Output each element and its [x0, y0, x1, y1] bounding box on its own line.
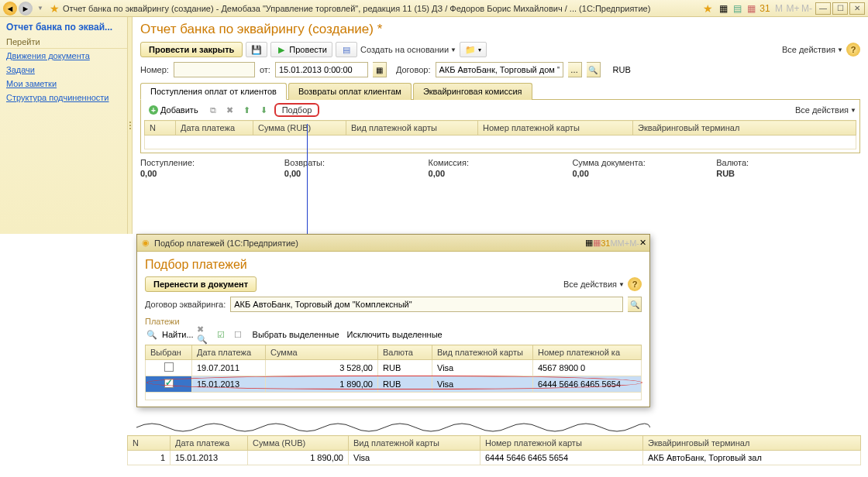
popup-contract-input[interactable] [230, 297, 623, 312]
payment-row[interactable]: 19.07.2011 3 528,00 RUB Visa 4567 8900 0 [146, 360, 642, 376]
report-button[interactable]: ▤ [336, 42, 357, 57]
pcol-chosen[interactable]: Выбран [146, 345, 192, 360]
popup-all-actions-button[interactable]: Все действия▼ [563, 280, 625, 289]
popup-calendar-icon[interactable]: 31 [601, 238, 610, 248]
create-based-on-button[interactable]: Создать на основании▼ [360, 45, 456, 54]
rcol-cardnum[interactable]: Номер платежной карты [480, 436, 643, 451]
rcol-sum[interactable]: Сумма (RUB) [248, 436, 349, 451]
move-down-button[interactable]: ⬇ [257, 103, 271, 117]
transfer-button[interactable]: Перенести в документ [145, 276, 257, 292]
nav-forward-button[interactable]: ► [19, 2, 33, 15]
total-in-label: Поступление: [140, 158, 284, 167]
tab-receipts[interactable]: Поступления оплат от клиентов [140, 83, 287, 100]
rcol-terminal[interactable]: Эквайринговый терминал [643, 436, 861, 451]
sidebar-link-structure[interactable]: Структура подчиненности [0, 91, 127, 105]
popup-titlebar[interactable]: ◉ Подбор платежей (1С:Предприятие) ▦ ▦ 3… [137, 235, 649, 252]
number-input[interactable] [174, 62, 255, 77]
sidebar-link-notes[interactable]: Мои заметки [0, 77, 127, 91]
popup-m-plus-button[interactable]: M+ [618, 238, 630, 248]
popup-m-button[interactable]: M [610, 238, 617, 248]
popup-close-button[interactable]: ✕ [639, 238, 646, 248]
col-cardnum[interactable]: Номер платежной карты [478, 121, 633, 136]
nav-back-button[interactable]: ◄ [3, 2, 17, 15]
payments-grid[interactable]: Выбран Дата платежа Сумма Валюта Вид пла… [145, 345, 642, 400]
move-up-button[interactable]: ⬆ [240, 103, 254, 117]
total-ret-value: 0,00 [284, 169, 429, 178]
post-button[interactable]: ▶Провести [270, 42, 332, 57]
extra-menu-button[interactable]: 📁▾ [460, 42, 487, 57]
col-sum[interactable]: Сумма (RUB) [253, 121, 346, 136]
date-input[interactable] [275, 62, 368, 77]
sidebar-link-tasks[interactable]: Задачи [0, 63, 127, 77]
post-and-close-button[interactable]: Провести и закрыть [140, 42, 243, 57]
m-plus-button[interactable]: M+ [787, 2, 799, 15]
result-grid[interactable]: N Дата платежа Сумма (RUB) Вид платежной… [127, 435, 861, 465]
col-terminal[interactable]: Эквайринговый терминал [633, 121, 856, 136]
calc-icon[interactable]: ▦ [745, 2, 757, 15]
m-minus-button[interactable]: M- [801, 2, 813, 15]
exclude-marked-button[interactable]: Исключить выделенные [347, 330, 443, 339]
delete-row-button[interactable]: ✖ [223, 103, 237, 117]
close-button[interactable]: ✕ [849, 2, 865, 15]
pcol-sum[interactable]: Сумма [266, 345, 378, 360]
help-button[interactable]: ? [846, 43, 860, 57]
date-picker-button[interactable]: ▦ [373, 62, 387, 77]
find-icon[interactable]: 🔍 [145, 328, 159, 341]
popup-m-minus-button[interactable]: M- [629, 238, 639, 248]
rcol-date[interactable]: Дата платежа [170, 436, 248, 451]
favorite-star-icon[interactable]: ★ [50, 2, 60, 15]
contract-input[interactable] [436, 62, 563, 77]
receipts-grid[interactable]: N Дата платежа Сумма (RUB) Вид платежной… [144, 120, 856, 149]
popup-calc-icon[interactable]: ▦ [593, 238, 601, 248]
total-cur-value: RUB [716, 169, 860, 178]
check-all-button[interactable]: ☑ [214, 328, 228, 341]
col-date[interactable]: Дата платежа [176, 121, 253, 136]
calendar-icon[interactable]: 31 [759, 2, 771, 15]
col-cardtype[interactable]: Вид платежной карты [346, 121, 478, 136]
result-row[interactable]: 1 15.01.2013 1 890,00 Visa 6444 5646 646… [128, 451, 861, 465]
favorite-star-icon-2[interactable]: ★ [703, 2, 713, 15]
payment-row-selected[interactable]: 15.01.2013 1 890,00 RUB Visa 6444 5646 6… [146, 376, 642, 393]
rcol-cardtype[interactable]: Вид платежной карты [349, 436, 480, 451]
diskette-icon: 💾 [251, 44, 262, 55]
save-button[interactable]: 💾 [246, 42, 267, 57]
popup-grid-icon[interactable]: ▦ [585, 238, 593, 248]
podbor-popup: ◉ Подбор платежей (1С:Предприятие) ▦ ▦ 3… [136, 234, 650, 407]
row-checkbox[interactable] [164, 362, 174, 372]
payments-group-label: Платежи [145, 317, 642, 326]
result-grid-container: N Дата платежа Сумма (RUB) Вид платежной… [127, 435, 861, 465]
pcol-num[interactable]: Номер платежной ка [533, 345, 642, 360]
contract-select-button[interactable]: … [568, 62, 582, 77]
uncheck-all-button[interactable]: ☐ [231, 328, 245, 341]
select-marked-button[interactable]: Выбрать выделенные [253, 330, 339, 339]
maximize-button[interactable]: ☐ [832, 2, 848, 15]
popup-help-button[interactable]: ? [628, 277, 642, 291]
all-actions-button[interactable]: Все действия▼ [782, 45, 843, 54]
pcol-date[interactable]: Дата платежа [192, 345, 266, 360]
find-button[interactable]: Найти... [162, 330, 194, 339]
pcol-cur[interactable]: Валюта [378, 345, 432, 360]
contract-search-button[interactable]: 🔍 [587, 62, 601, 77]
podbor-button[interactable]: Подбор [274, 103, 320, 117]
total-ret-label: Возвраты: [284, 158, 429, 167]
popup-contract-search-button[interactable]: 🔍 [628, 297, 642, 312]
add-row-button[interactable]: +Добавить [144, 104, 203, 116]
col-n[interactable]: N [145, 121, 176, 136]
grid-all-actions-button[interactable]: Все действия▼ [795, 105, 856, 115]
post-icon: ▶ [276, 44, 287, 55]
tab-returns[interactable]: Возвраты оплат клиентам [288, 83, 412, 100]
currency-label: RUB [613, 65, 631, 74]
rcol-n[interactable]: N [128, 436, 170, 451]
nav-history-dropdown[interactable]: ▼ [37, 5, 43, 12]
grid-icon[interactable]: ▦ [717, 2, 729, 15]
sidebar-link-movements[interactable]: Движения документа [0, 49, 127, 63]
form-icon[interactable]: ▤ [731, 2, 743, 15]
clear-filter-button[interactable]: ✖🔍 [197, 328, 211, 341]
minimize-button[interactable]: — [815, 2, 831, 15]
row-checkbox[interactable] [164, 379, 174, 388]
copy-row-button[interactable]: ⧉ [206, 103, 220, 117]
pcol-card[interactable]: Вид платежной карты [432, 345, 533, 360]
tab-commission[interactable]: Эквайринговая комиссия [413, 83, 532, 100]
m-button[interactable]: M [773, 2, 785, 15]
form-title: Отчет банка по эквайрингу (создание) * [140, 22, 860, 37]
